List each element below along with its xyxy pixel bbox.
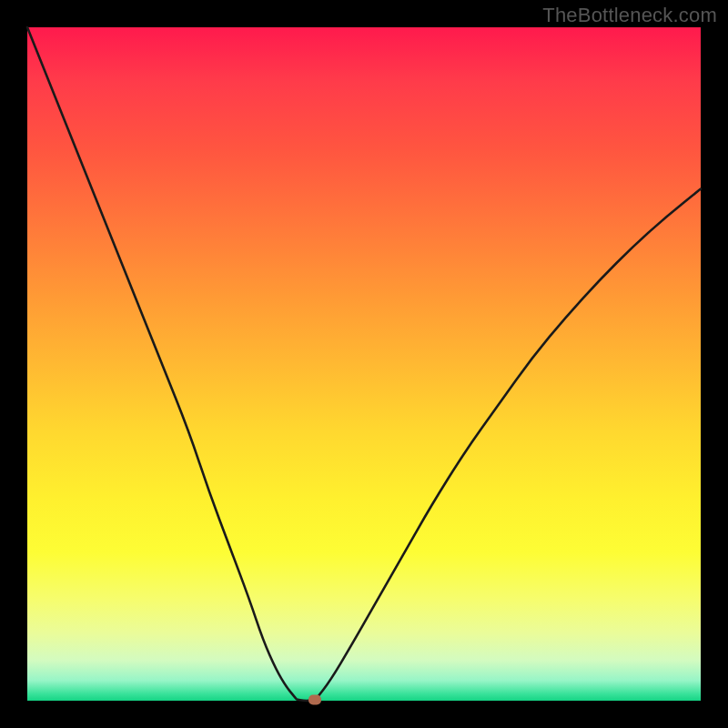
- bottleneck-curve: [27, 27, 701, 701]
- curve-path: [27, 27, 701, 701]
- valley-marker: [308, 694, 321, 704]
- plot-area: [27, 27, 701, 701]
- chart-frame: TheBottleneck.com: [0, 0, 728, 728]
- watermark-text: TheBottleneck.com: [542, 4, 717, 27]
